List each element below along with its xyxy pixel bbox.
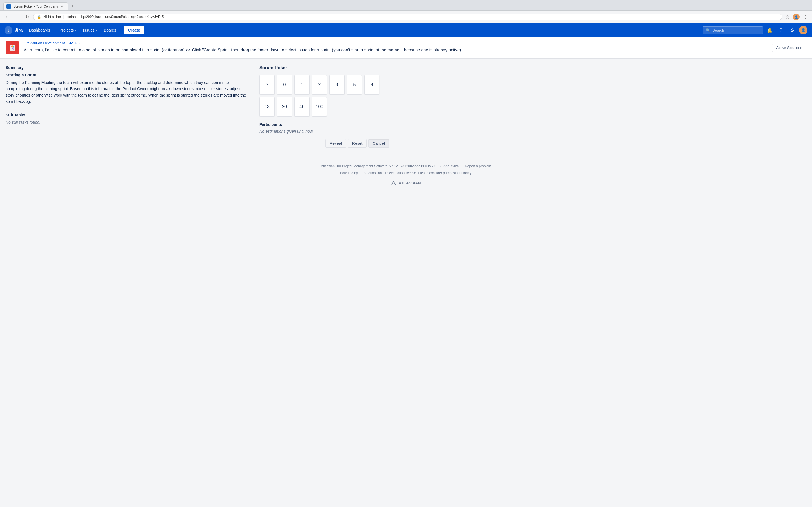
description-text: During the Planning Meeting the team wil… <box>6 79 248 105</box>
issue-title: As a team, I'd like to commit to a set o… <box>24 47 767 53</box>
notifications-button[interactable]: 🔔 <box>765 25 774 35</box>
card-grid: ?012358132040100 <box>259 75 389 117</box>
breadcrumb-issue-key[interactable]: JAD-5 <box>69 41 80 45</box>
left-panel: Summary Starting a Sprint During the Pla… <box>6 65 259 148</box>
poker-card-1[interactable]: 1 <box>294 75 310 95</box>
scrum-poker-title: Scrum Poker <box>259 65 389 70</box>
bookmark-button[interactable]: ☆ <box>784 13 791 21</box>
atlassian-logo: ATLASSIAN <box>6 179 806 187</box>
url-secure-label: Nicht sicher <box>43 15 61 19</box>
settings-button[interactable]: ⚙ <box>788 25 797 35</box>
poker-card-?[interactable]: ? <box>259 75 274 95</box>
page-footer: Atlassian Jira Project Management Softwa… <box>0 154 812 195</box>
user-avatar-nav[interactable]: 👤 <box>799 26 808 34</box>
svg-marker-2 <box>392 181 396 185</box>
header-content: Jira Add-on Development / JAD-5 As a tea… <box>24 41 767 53</box>
action-buttons: Reveal Reset Cancel <box>259 139 389 148</box>
search-box[interactable]: 🔍 <box>703 26 763 34</box>
create-button[interactable]: Create <box>124 26 144 34</box>
search-icon: 🔍 <box>706 28 710 33</box>
atlassian-logo-text: ATLASSIAN <box>398 179 421 187</box>
footer-report-link[interactable]: Report a problem <box>465 164 491 168</box>
tab-title: Scrum Poker - Your Company <box>13 4 58 8</box>
no-estimations-text: No estimations given until now. <box>259 129 389 133</box>
browser-menu-button[interactable]: ⋮ <box>802 13 809 21</box>
jira-navbar: J Jira Dashboards ▾ Projects ▾ Issues ▾ … <box>0 23 812 37</box>
no-subtasks-text: No sub tasks found. <box>6 120 248 124</box>
poker-card-0[interactable]: 0 <box>277 75 292 95</box>
url-separator: | <box>63 15 64 19</box>
nav-boards[interactable]: Boards ▾ <box>101 23 121 37</box>
poker-card-40[interactable]: 40 <box>294 97 310 117</box>
footer-sep2: · <box>461 164 462 168</box>
participants-title: Participants <box>259 122 389 127</box>
nav-projects[interactable]: Projects ▾ <box>57 23 79 37</box>
browser-tab[interactable]: J Scrum Poker - Your Company ✕ <box>3 2 68 10</box>
secure-icon: 🔒 <box>37 15 41 19</box>
jira-logo[interactable]: J Jira <box>4 26 22 34</box>
nav-dashboards[interactable]: Dashboards ▾ <box>26 23 56 37</box>
poker-card-3[interactable]: 3 <box>329 75 345 95</box>
poker-card-13[interactable]: 13 <box>259 97 274 117</box>
browser-chrome: J Scrum Poker - Your Company ✕ + ← → ↻ 🔒… <box>0 0 812 23</box>
summary-heading: Starting a Sprint <box>6 73 248 77</box>
search-input[interactable] <box>712 28 760 33</box>
poker-card-2[interactable]: 2 <box>312 75 327 95</box>
atlassian-triangle-icon <box>391 180 396 186</box>
participants-section: Participants No estimations given until … <box>259 122 389 133</box>
nav-issues[interactable]: Issues ▾ <box>80 23 100 37</box>
poker-card-8[interactable]: 8 <box>364 75 379 95</box>
footer-sep1: · <box>440 164 441 168</box>
address-bar[interactable]: 🔒 Nicht sicher | stefans-mbp:2990/jira/s… <box>33 13 782 20</box>
dashboards-chevron-icon: ▾ <box>51 29 53 32</box>
user-avatar-chrome: 👤 <box>793 13 800 20</box>
footer-atlassian-text: Atlassian Jira Project Management Softwa… <box>321 164 438 168</box>
boards-chevron-icon: ▾ <box>117 29 119 32</box>
active-sessions-button[interactable]: Active Sessions <box>772 44 806 52</box>
help-button[interactable]: ? <box>776 25 785 35</box>
description-block: Summary Starting a Sprint During the Pla… <box>6 65 248 105</box>
footer-about-link[interactable]: About Jira <box>444 164 459 168</box>
poker-card-20[interactable]: 20 <box>277 97 292 117</box>
breadcrumb-separator: / <box>66 41 68 45</box>
svg-text:J: J <box>7 28 10 33</box>
summary-label: Summary <box>6 65 248 70</box>
tab-favicon: J <box>6 4 11 9</box>
poker-card-100[interactable]: 100 <box>312 97 327 117</box>
user-profile-chrome-button[interactable]: 👤 <box>792 12 801 21</box>
projects-chevron-icon: ▾ <box>75 29 77 32</box>
issues-chevron-icon: ▾ <box>96 29 97 32</box>
scrum-poker-section: Scrum Poker ?012358132040100 Participant… <box>259 65 389 148</box>
right-panel: Scrum Poker ?012358132040100 Participant… <box>259 65 389 148</box>
jira-logo-icon: J <box>4 26 12 34</box>
breadcrumb: Jira Add-on Development / JAD-5 <box>24 41 767 45</box>
footer-powered-text: Powered by a free Atlassian Jira evaluat… <box>6 170 806 176</box>
reset-button[interactable]: Reset <box>348 139 367 148</box>
cancel-button[interactable]: Cancel <box>368 139 389 148</box>
reveal-button[interactable]: Reveal <box>325 139 346 148</box>
page-header: 🃏 Jira Add-on Development / JAD-5 As a t… <box>0 37 812 59</box>
tab-close-button[interactable]: ✕ <box>60 4 64 9</box>
url-address: stefans-mbp:2990/jira/secure/ScrumPoker.… <box>66 15 164 19</box>
poker-card-5[interactable]: 5 <box>347 75 362 95</box>
scrum-poker-logo-icon: 🃏 <box>9 44 16 51</box>
subtasks-label: Sub Tasks <box>6 113 248 117</box>
forward-button[interactable]: → <box>13 14 21 20</box>
reload-button[interactable]: ↻ <box>24 14 31 20</box>
new-tab-button[interactable]: + <box>69 2 77 10</box>
main-content: Summary Starting a Sprint During the Pla… <box>0 59 395 154</box>
back-button[interactable]: ← <box>3 14 11 20</box>
jira-logo-text: Jira <box>15 27 22 33</box>
subtasks-block: Sub Tasks No sub tasks found. <box>6 113 248 124</box>
scrum-poker-logo: 🃏 <box>6 41 19 54</box>
breadcrumb-project-link[interactable]: Jira Add-on Development <box>24 41 65 45</box>
